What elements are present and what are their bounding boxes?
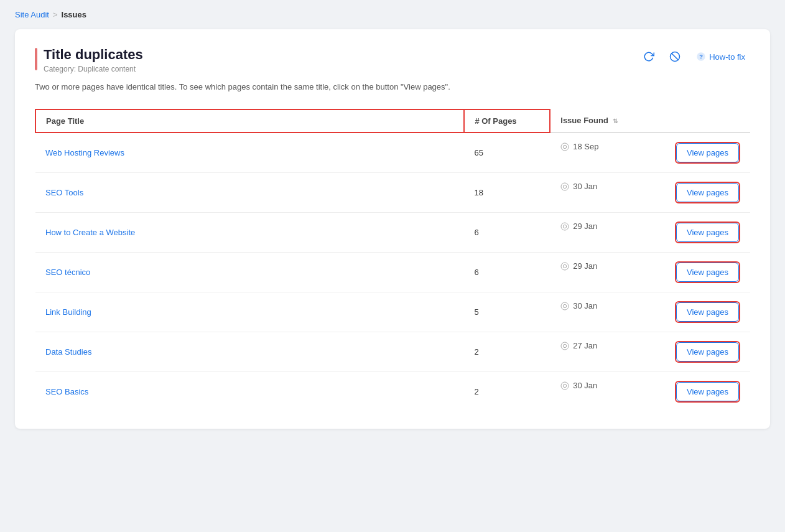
breadcrumb-separator: > [53,10,58,19]
table-row: SEO Tools18 30 JanView pages [35,172,750,212]
cell-pages: 6 [464,212,550,252]
cell-action: View pages [664,332,750,371]
breadcrumb: Site Audit > Issues [0,0,785,29]
svg-point-5 [564,145,567,148]
view-pages-button[interactable]: View pages [676,263,739,282]
cell-date: 29 Jan [550,213,664,240]
title-accent-bar [35,48,37,70]
cell-action: View pages [664,292,750,332]
category-label: Category: Duplicate content [44,65,143,73]
view-pages-btn-outline: View pages [675,261,740,283]
table-row: Link Building5 30 JanView pages [35,292,750,332]
duplicates-table: Page Title # Of Pages Issue Found ⇅ Web … [35,109,750,411]
svg-point-17 [564,384,567,387]
cell-date: 30 Jan [550,292,664,320]
how-to-fix-button[interactable]: ? How-to fix [691,49,750,64]
svg-point-10 [561,263,569,270]
title-section: Title duplicates Category: Duplicate con… [35,47,143,73]
view-pages-button[interactable]: View pages [676,302,739,322]
breadcrumb-current: Issues [62,10,86,19]
date-icon [560,182,570,192]
col-header-page-title[interactable]: Page Title [35,110,464,133]
view-pages-btn-outline: View pages [675,182,740,203]
svg-line-1 [672,54,679,60]
cell-action: View pages [664,133,750,173]
cell-title[interactable]: SEO Basics [35,371,464,411]
date-icon [560,381,570,391]
svg-point-9 [564,225,567,228]
col-header-action [664,110,750,133]
cell-pages: 6 [464,252,550,292]
svg-point-6 [561,183,569,190]
cell-action: View pages [664,172,750,212]
col-header-issue-found[interactable]: Issue Found ⇅ [550,110,664,133]
sort-icon: ⇅ [613,118,618,124]
table-row: Web Hosting Reviews65 18 SepView pages [35,133,750,173]
cell-title[interactable]: How to Create a Website [35,212,464,252]
settings-button[interactable] [665,47,685,67]
svg-point-13 [564,304,567,307]
cell-title[interactable]: Web Hosting Reviews [35,133,464,173]
page-title: Title duplicates [44,47,143,63]
col-header-num-pages[interactable]: # Of Pages [464,110,550,133]
view-pages-button[interactable]: View pages [676,183,739,202]
cell-title[interactable]: SEO técnico [35,252,464,292]
cell-action: View pages [664,371,750,411]
view-pages-btn-outline: View pages [675,341,740,363]
cell-date: 30 Jan [550,372,664,399]
title-text-block: Title duplicates Category: Duplicate con… [44,47,143,73]
cell-pages: 2 [464,332,550,371]
svg-point-11 [564,264,567,268]
description-text: Two or more pages have identical titles.… [35,81,750,94]
table-row: SEO Basics2 30 JanView pages [35,371,750,411]
svg-point-7 [564,185,567,188]
date-icon [560,222,570,231]
header-actions: ? How-to fix [639,47,750,67]
view-pages-button[interactable]: View pages [676,223,739,242]
refresh-button[interactable] [639,47,659,67]
cell-title[interactable]: Link Building [35,292,464,332]
cell-pages: 2 [464,371,550,411]
cell-date: 27 Jan [550,332,664,360]
cell-date: 18 Sep [550,133,664,161]
help-icon: ? [696,52,706,62]
view-pages-btn-outline: View pages [675,381,740,403]
cell-pages: 18 [464,172,550,212]
svg-point-8 [561,223,569,230]
svg-point-15 [564,344,567,347]
breadcrumb-parent[interactable]: Site Audit [15,10,49,19]
view-pages-btn-outline: View pages [675,301,740,323]
table-row: SEO técnico6 29 JanView pages [35,252,750,292]
table-row: How to Create a Website6 29 JanView page… [35,212,750,252]
cell-date: 30 Jan [550,173,664,200]
view-pages-button[interactable]: View pages [676,143,739,162]
view-pages-btn-outline: View pages [675,142,740,164]
cell-date: 29 Jan [550,253,664,280]
cell-title[interactable]: Data Studies [35,332,464,371]
date-icon [560,142,570,152]
cell-action: View pages [664,212,750,252]
svg-point-12 [561,302,569,310]
main-card: Title duplicates Category: Duplicate con… [15,29,770,429]
cell-pages: 5 [464,292,550,332]
cell-title[interactable]: SEO Tools [35,172,464,212]
date-icon [560,261,570,271]
view-pages-button[interactable]: View pages [676,342,739,362]
date-icon [560,341,570,351]
table-row: Data Studies2 27 JanView pages [35,332,750,371]
date-icon [560,301,570,311]
svg-point-16 [561,382,569,390]
svg-point-14 [561,342,569,350]
cell-pages: 65 [464,133,550,173]
view-pages-button[interactable]: View pages [676,382,739,401]
svg-text:?: ? [699,54,703,60]
view-pages-btn-outline: View pages [675,222,740,243]
card-header: Title duplicates Category: Duplicate con… [35,47,750,73]
cell-action: View pages [664,252,750,292]
svg-point-4 [561,143,569,151]
